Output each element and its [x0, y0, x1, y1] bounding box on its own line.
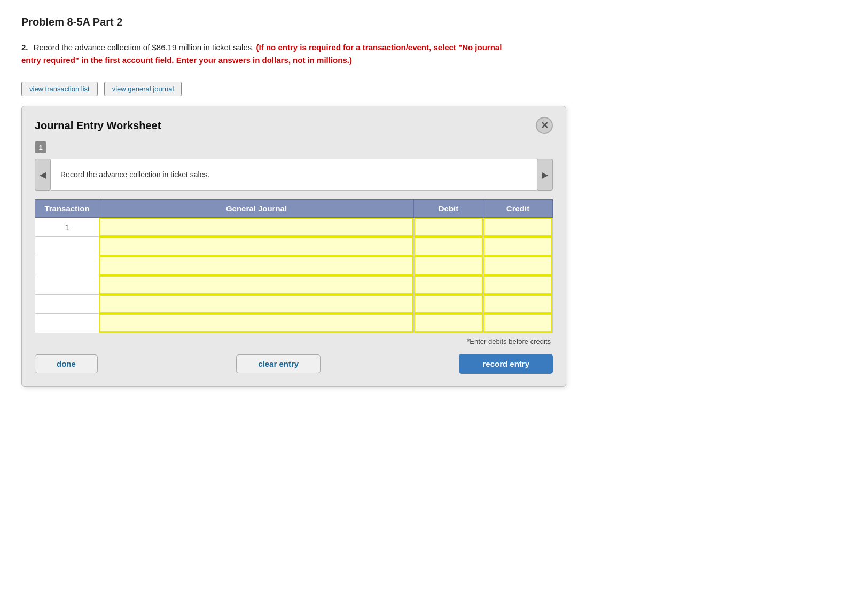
- step-badge: 1: [35, 141, 46, 153]
- debit-input[interactable]: [414, 218, 483, 236]
- transaction-cell: [35, 275, 99, 295]
- debit-cell[interactable]: [414, 314, 483, 333]
- transaction-cell: [35, 256, 99, 275]
- bottom-buttons-bar: done clear entry record entry: [35, 354, 553, 374]
- general-journal-cell[interactable]: [99, 295, 414, 314]
- problem-number: 2.: [21, 43, 28, 52]
- credit-input[interactable]: [483, 237, 552, 256]
- debit-cell[interactable]: [414, 256, 483, 275]
- transaction-description: Record the advance collection in ticket …: [51, 159, 537, 191]
- table-header-row: Transaction General Journal Debit Credit: [35, 200, 553, 218]
- debit-cell[interactable]: [414, 275, 483, 295]
- close-button[interactable]: ✕: [536, 117, 553, 134]
- page-title: Problem 8-5A Part 2: [21, 16, 823, 28]
- general-journal-cell[interactable]: [99, 275, 414, 295]
- table-row: [35, 275, 553, 295]
- table-row: [35, 237, 553, 256]
- general-journal-cell[interactable]: [99, 256, 414, 275]
- problem-text-normal: Record the advance collection of $86.19 …: [34, 43, 254, 52]
- table-row: [35, 314, 553, 333]
- general-journal-cell[interactable]: [99, 314, 414, 333]
- general-journal-input[interactable]: [99, 256, 413, 275]
- general-journal-input[interactable]: [99, 295, 413, 313]
- debit-cell[interactable]: [414, 237, 483, 256]
- table-row: [35, 256, 553, 275]
- transaction-cell: [35, 314, 99, 333]
- record-entry-button[interactable]: record entry: [459, 354, 553, 374]
- debit-input[interactable]: [414, 314, 483, 333]
- col-header-debit: Debit: [414, 200, 483, 218]
- debit-input[interactable]: [414, 256, 483, 275]
- table-row: 1: [35, 218, 553, 237]
- credit-input[interactable]: [483, 256, 552, 275]
- problem-text: 2. Record the advance collection of $86.…: [21, 41, 502, 67]
- debit-cell[interactable]: [414, 218, 483, 237]
- view-general-journal-button[interactable]: view general journal: [104, 82, 182, 96]
- debit-cell[interactable]: [414, 295, 483, 314]
- clear-entry-button[interactable]: clear entry: [236, 354, 321, 373]
- general-journal-input[interactable]: [99, 237, 413, 256]
- worksheet-header: Journal Entry Worksheet ✕: [35, 117, 553, 134]
- credit-input[interactable]: [483, 314, 552, 333]
- journal-table: Transaction General Journal Debit Credit…: [35, 199, 553, 333]
- general-journal-input[interactable]: [99, 275, 413, 294]
- view-transaction-list-button[interactable]: view transaction list: [21, 82, 98, 96]
- general-journal-cell[interactable]: [99, 218, 414, 237]
- general-journal-input[interactable]: [99, 314, 413, 333]
- done-button[interactable]: done: [35, 354, 98, 373]
- general-journal-input[interactable]: [99, 218, 413, 236]
- table-row: [35, 295, 553, 314]
- close-icon: ✕: [541, 120, 549, 131]
- view-buttons-bar: view transaction list view general journ…: [21, 82, 823, 96]
- transaction-cell: [35, 237, 99, 256]
- transaction-cell: 1: [35, 218, 99, 237]
- transaction-nav: ◀ Record the advance collection in ticke…: [35, 159, 553, 191]
- credit-input[interactable]: [483, 275, 552, 294]
- debit-input[interactable]: [414, 275, 483, 294]
- journal-entry-worksheet: Journal Entry Worksheet ✕ 1 ◀ Record the…: [21, 106, 566, 387]
- credit-cell[interactable]: [483, 275, 553, 295]
- credit-cell[interactable]: [483, 218, 553, 237]
- col-header-transaction: Transaction: [35, 200, 99, 218]
- debit-input[interactable]: [414, 295, 483, 313]
- credit-cell[interactable]: [483, 295, 553, 314]
- left-arrow-icon: ◀: [40, 170, 46, 180]
- credit-cell[interactable]: [483, 314, 553, 333]
- transaction-cell: [35, 295, 99, 314]
- credit-cell[interactable]: [483, 256, 553, 275]
- col-header-credit: Credit: [483, 200, 553, 218]
- credit-input[interactable]: [483, 295, 552, 313]
- debits-before-credits-note: *Enter debits before credits: [35, 337, 553, 345]
- credit-cell[interactable]: [483, 237, 553, 256]
- prev-arrow-button[interactable]: ◀: [35, 159, 51, 191]
- credit-input[interactable]: [483, 218, 552, 236]
- col-header-general-journal: General Journal: [99, 200, 414, 218]
- right-arrow-icon: ▶: [542, 170, 548, 180]
- general-journal-cell[interactable]: [99, 237, 414, 256]
- worksheet-title: Journal Entry Worksheet: [35, 120, 161, 132]
- debit-input[interactable]: [414, 237, 483, 256]
- next-arrow-button[interactable]: ▶: [537, 159, 553, 191]
